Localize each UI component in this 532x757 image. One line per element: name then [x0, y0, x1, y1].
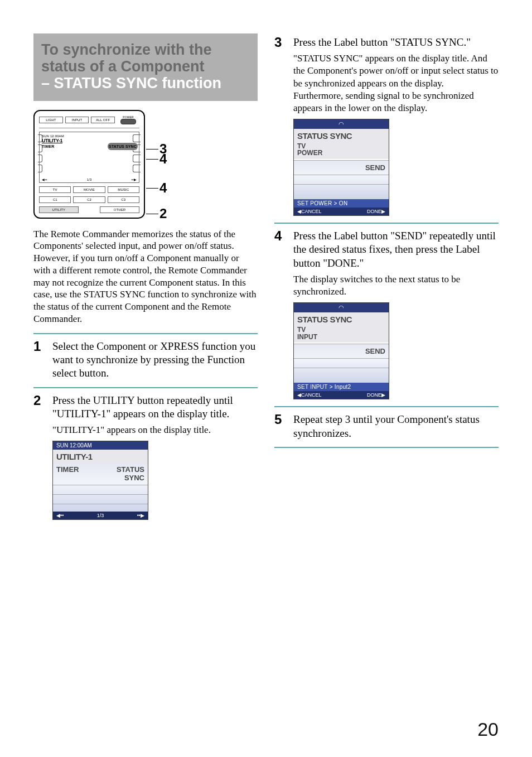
remote-power-label: POWER [117, 115, 139, 119]
remote-screen: SUN 12:00AM UTILITY-1 TIMER STATUS SYNC … [39, 132, 139, 183]
lcd-sync-input-status: SET INPUT > Input2 [294, 383, 389, 391]
heading-line-2: status of a Component [41, 58, 250, 75]
step-4-subtext: The display switches to the next status … [293, 273, 499, 298]
lcd-sync-input-screenshot: ◠ STATUS SYNC TV INPUT SEND [293, 302, 389, 399]
step-1: 1 Select the Component or XPRESS functio… [33, 333, 258, 387]
lcd-sync-power-cancel: ◀CANCEL [297, 209, 322, 214]
step-4-text: Press the Label button "SEND" repeatedly… [293, 229, 499, 270]
step-3-subtext: "STATUS SYNC" appears on the display tit… [293, 52, 499, 114]
remote-input-button: INPUT [65, 117, 89, 123]
lcd-sync-power-line2: POWER [297, 149, 322, 157]
remote-tab-utility: UTILITY [39, 206, 79, 213]
lcd-sync-input-cancel: ◀CANCEL [297, 392, 322, 398]
step-5-text: Repeat step 3 until your Component's sta… [293, 413, 499, 440]
remote-tab-c3: C3 [108, 196, 139, 203]
lcd-sync-input-send: SEND [365, 347, 385, 355]
remote-power-button [120, 119, 136, 124]
intro-paragraph: The Remote Commander memorizes the statu… [33, 228, 258, 325]
remote-callouts: 3 4 4 2 [146, 110, 167, 220]
heading-line-3: – STATUS SYNC function [41, 75, 250, 91]
callout-4b: 4 [146, 181, 167, 195]
callout-2: 2 [146, 207, 167, 220]
step-4: 4 Press the Label button "SEND" repeated… [274, 223, 499, 406]
remote-screen-status-sync: STATUS SYNC [109, 144, 137, 148]
lcd-sync-power-send: SEND [365, 163, 385, 172]
lcd-sync-power-screenshot: ◠ STATUS SYNC TV POWER SEND [293, 119, 389, 216]
lcd-sync-input-line2: INPUT [297, 333, 317, 341]
lcd-sync-power-done: DONE▶ [367, 209, 385, 214]
section-heading: To synchronize with the status of a Comp… [33, 33, 258, 101]
lcd-utility-arrow-left: ◀•• [56, 513, 64, 518]
step-2-subtext: "UTILITY-1" appears on the display title… [52, 424, 258, 436]
wifi-icon: ◠ [338, 120, 344, 128]
lcd-utility-time: SUN 12:00AM [56, 442, 92, 449]
lcd-sync-power-status: SET POWER > ON [294, 199, 389, 208]
lcd-utility-arrow-right: ••▶ [137, 513, 144, 518]
step-3: 3 Press the Label button "STATUS SYNC." … [274, 33, 499, 223]
remote-tab-movie: MOVIE [73, 186, 105, 193]
remote-screen-page: 1/3 [87, 178, 92, 181]
remote-power: POWER [117, 115, 139, 124]
callout-4a: 4 [146, 152, 167, 166]
remote-tab-c1: C1 [39, 196, 71, 203]
step-5: 5 Repeat step 3 until your Component's s… [274, 406, 499, 447]
lcd-utility-title: UTILITY-1 [53, 450, 148, 464]
page-number: 20 [477, 719, 499, 740]
step-3-number: 3 [274, 36, 288, 216]
step-2-number: 2 [33, 394, 47, 520]
remote-alloff-button: ALL OFF [91, 117, 115, 123]
step-5-number: 5 [274, 413, 288, 440]
step-3-text: Press the Label button "STATUS SYNC." [293, 36, 499, 49]
step-1-number: 1 [33, 340, 47, 380]
step-2: 2 Press the UTILITY button repeatedly un… [33, 387, 258, 527]
remote-tab-other: OTHER [100, 206, 139, 213]
lcd-utility-screenshot: SUN 12:00AM UTILITY-1 TIMER STATUS SYNC [52, 441, 148, 520]
remote-screen-arrow-left: ◀•• [42, 177, 47, 181]
lcd-sync-input-done: DONE▶ [367, 392, 385, 398]
lcd-utility-page: 1/3 [97, 513, 104, 518]
heading-line-1: To synchronize with the [41, 41, 250, 58]
step-2-text: Press the UTILITY button repeatedly unti… [52, 394, 258, 421]
remote-diagram: LIGHT INPUT ALL OFF POWER SUN 12:00A [33, 110, 258, 220]
lcd-utility-status-l2: SYNC [124, 474, 144, 482]
lcd-utility-status-l1: STATUS [117, 465, 144, 474]
remote-body: LIGHT INPUT ALL OFF POWER SUN 12:00A [33, 110, 145, 219]
remote-screen-arrow-right: ••▶ [131, 177, 137, 181]
step-1-text: Select the Component or XPRESS function … [52, 340, 258, 380]
remote-tab-tv: TV [39, 186, 71, 193]
wifi-icon: ◠ [338, 304, 344, 311]
remote-light-button: LIGHT [39, 117, 63, 123]
lcd-sync-power-title: STATUS SYNC [294, 129, 389, 143]
remote-tab-c2: C2 [73, 196, 105, 203]
remote-screen-mode: UTILITY-1 [42, 138, 62, 143]
remote-screen-timer: TIMER [42, 144, 54, 148]
step-4-number: 4 [274, 229, 288, 399]
remote-tab-music: MUSIC [108, 186, 139, 193]
lcd-sync-input-title: STATUS SYNC [294, 312, 389, 326]
lcd-utility-timer: TIMER [56, 465, 79, 482]
